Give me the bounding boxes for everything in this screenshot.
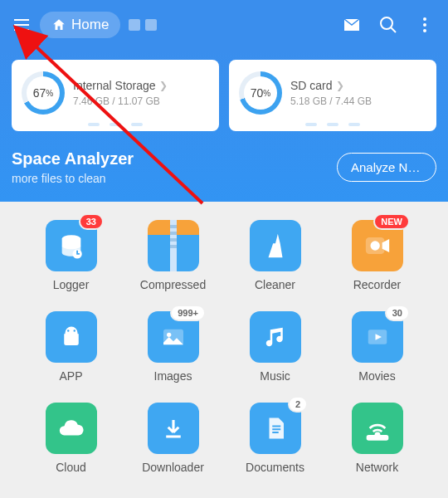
tile-recorder[interactable]: NEW Recorder bbox=[326, 220, 428, 291]
svg-rect-19 bbox=[368, 436, 387, 439]
home-tab[interactable]: Home bbox=[40, 12, 120, 38]
svg-rect-10 bbox=[170, 232, 177, 235]
tile-label: Music bbox=[260, 369, 290, 383]
menu-button[interactable] bbox=[7, 10, 37, 40]
more-button[interactable] bbox=[408, 8, 441, 42]
tile-label: Downloader bbox=[142, 461, 204, 474]
tile-images[interactable]: 999+ Images bbox=[122, 311, 224, 383]
internal-storage-card[interactable]: 67% Internal Storage❯ 7.46 GB / 11.07 GB bbox=[12, 60, 219, 131]
downloader-icon bbox=[148, 403, 199, 454]
sd-card-title: SD card bbox=[290, 79, 333, 92]
tile-music[interactable]: Music bbox=[224, 311, 326, 383]
tile-label: Logger bbox=[53, 278, 90, 291]
compressed-icon bbox=[148, 220, 199, 271]
mail-button[interactable] bbox=[335, 8, 368, 42]
music-icon bbox=[250, 311, 301, 363]
svg-rect-9 bbox=[170, 225, 177, 228]
sd-card-gauge: 70% bbox=[239, 71, 282, 115]
tile-label: Movies bbox=[358, 369, 395, 383]
tile-documents[interactable]: 2 Documents bbox=[224, 403, 326, 474]
more-vertical-icon bbox=[415, 15, 435, 35]
tile-label: Documents bbox=[246, 461, 304, 474]
svg-point-1 bbox=[423, 17, 426, 21]
space-analyzer-subtitle: more files to clean bbox=[12, 172, 134, 185]
svg-point-3 bbox=[423, 29, 426, 32]
hamburger-icon bbox=[12, 15, 32, 35]
tile-cloud[interactable]: Cloud bbox=[20, 403, 122, 474]
tile-label: Recorder bbox=[353, 278, 402, 291]
app-toolbar: Home bbox=[0, 0, 448, 50]
app-icon bbox=[46, 311, 97, 363]
tab-mark bbox=[129, 19, 140, 31]
tile-app[interactable]: APP bbox=[20, 311, 122, 383]
tile-label: Cloud bbox=[56, 461, 86, 474]
internal-storage-sub: 7.46 GB / 11.07 GB bbox=[73, 95, 168, 107]
internal-storage-title: Internal Storage bbox=[73, 79, 156, 92]
tile-network[interactable]: Network bbox=[326, 403, 428, 474]
tile-label: Cleaner bbox=[255, 278, 295, 291]
documents-badge: 2 bbox=[288, 396, 308, 413]
storage-hero: 67% Internal Storage❯ 7.46 GB / 11.07 GB… bbox=[0, 50, 448, 202]
sd-card-pct: 70 bbox=[251, 86, 264, 100]
tile-cleaner[interactable]: Cleaner bbox=[224, 220, 326, 291]
home-icon bbox=[51, 17, 66, 32]
internal-storage-gauge: 67% bbox=[22, 71, 65, 115]
home-tab-label: Home bbox=[71, 17, 109, 33]
svg-point-16 bbox=[167, 333, 171, 337]
analyze-now-button[interactable]: Analyze No… bbox=[337, 153, 436, 182]
sd-card-card[interactable]: 70% SD card❯ 5.18 GB / 7.44 GB bbox=[229, 60, 436, 131]
svg-point-14 bbox=[371, 242, 378, 250]
network-icon bbox=[352, 403, 403, 454]
mail-icon bbox=[342, 15, 362, 35]
tab-mark bbox=[145, 19, 157, 31]
recorder-badge: NEW bbox=[373, 213, 410, 230]
tile-downloader[interactable]: Downloader bbox=[122, 403, 224, 474]
logger-badge: 33 bbox=[79, 213, 104, 230]
sd-card-sub: 5.18 GB / 7.44 GB bbox=[290, 95, 372, 107]
tile-label: Images bbox=[154, 369, 192, 383]
search-button[interactable] bbox=[372, 8, 405, 42]
chevron-right-icon: ❯ bbox=[159, 80, 168, 91]
tile-label: Network bbox=[356, 461, 398, 474]
chevron-right-icon: ❯ bbox=[336, 80, 344, 91]
svg-point-0 bbox=[381, 17, 392, 29]
tile-label: Compressed bbox=[140, 278, 206, 291]
search-icon bbox=[378, 15, 398, 35]
tile-logger[interactable]: 33 Logger bbox=[20, 220, 122, 291]
space-analyzer-title: Space Analyzer bbox=[12, 149, 134, 168]
tile-label: APP bbox=[59, 369, 82, 383]
images-badge: 999+ bbox=[170, 305, 206, 321]
tab-marks bbox=[129, 19, 157, 31]
svg-rect-11 bbox=[170, 238, 177, 242]
tile-movies[interactable]: 30 Movies bbox=[326, 311, 428, 383]
internal-storage-pct: 67 bbox=[33, 86, 46, 100]
category-grid: 33 Logger Compressed Cleaner NEW Recorde… bbox=[0, 202, 448, 474]
svg-rect-12 bbox=[170, 245, 177, 248]
svg-point-2 bbox=[423, 23, 426, 27]
cleaner-icon bbox=[250, 220, 301, 271]
cloud-icon bbox=[46, 403, 97, 454]
movies-badge: 30 bbox=[385, 305, 410, 321]
tile-compressed[interactable]: Compressed bbox=[122, 220, 224, 291]
